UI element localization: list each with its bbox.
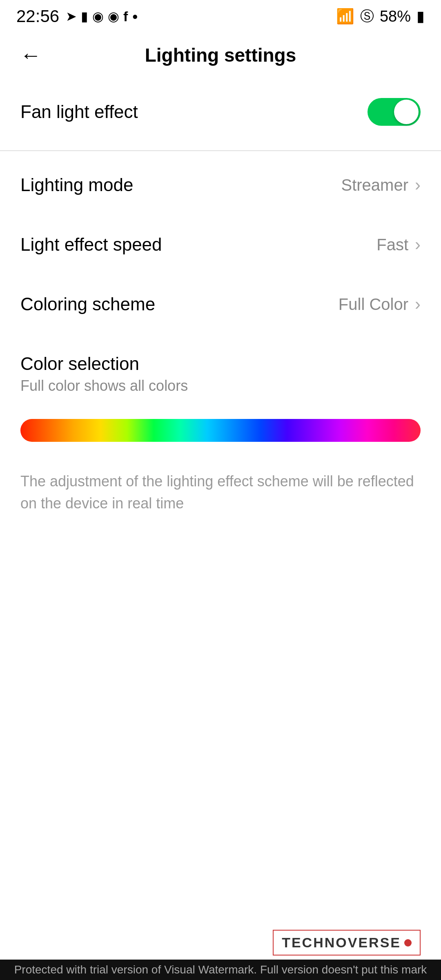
rainbow-bar[interactable] (20, 419, 421, 442)
eye-icon: ◉ (92, 9, 104, 24)
fan-light-effect-label: Fan light effect (20, 102, 138, 122)
light-effect-speed-value: Fast (376, 236, 408, 254)
toggle-knob (394, 100, 419, 124)
status-icons: ➤ ▮ ◉ ◉ f ● (66, 9, 138, 24)
message-icon: ▮ (81, 9, 88, 24)
navigation-icon: ➤ (66, 9, 77, 24)
info-text: The adjustment of the lighting effect sc… (20, 473, 414, 512)
lighting-mode-row[interactable]: Lighting mode Streamer › (0, 155, 441, 215)
page-title: Lighting settings (145, 44, 296, 66)
status-time: 22:56 (16, 7, 59, 26)
lighting-mode-value: Streamer (341, 176, 409, 194)
coloring-scheme-row[interactable]: Coloring scheme Full Color › (0, 274, 441, 334)
signal-icon: Ⓢ (360, 7, 374, 26)
light-effect-speed-row[interactable]: Light effect speed Fast › (0, 215, 441, 274)
light-effect-speed-label: Light effect speed (20, 234, 162, 255)
light-effect-speed-chevron-icon: › (415, 235, 421, 254)
divider-1 (0, 150, 441, 151)
color-selection-subtitle: Full color shows all colors (20, 377, 421, 394)
content: Fan light effect Lighting mode Streamer … (0, 78, 441, 535)
color-selection-title: Color selection (20, 354, 421, 374)
bottom-bar: Protected with trial version of Visual W… (0, 960, 441, 980)
light-effect-speed-value-group: Fast › (376, 235, 421, 254)
color-selection-section: Color selection Full color shows all col… (0, 334, 441, 419)
rainbow-bar-container (0, 419, 441, 442)
coloring-scheme-value-group: Full Color › (339, 294, 421, 314)
battery-percent: 58% (380, 8, 411, 25)
lighting-mode-value-group: Streamer › (341, 175, 421, 195)
wifi-icon: 📶 (336, 8, 354, 25)
watermark-dot-icon (404, 939, 412, 947)
eye2-icon: ◉ (108, 9, 119, 24)
battery-icon: ▮ (416, 8, 425, 25)
fan-light-effect-row: Fan light effect (0, 78, 441, 146)
coloring-scheme-value: Full Color (339, 295, 408, 314)
info-text-container: The adjustment of the lighting effect sc… (0, 462, 441, 535)
dot-icon: ● (132, 11, 138, 22)
coloring-scheme-chevron-icon: › (415, 294, 421, 314)
status-bar-left: 22:56 ➤ ▮ ◉ ◉ f ● (16, 7, 138, 26)
status-bar: 22:56 ➤ ▮ ◉ ◉ f ● 📶 Ⓢ 58% ▮ (0, 0, 441, 33)
lighting-mode-chevron-icon: › (415, 175, 421, 195)
bottom-bar-text: Protected with trial version of Visual W… (14, 963, 427, 976)
lighting-mode-label: Lighting mode (20, 175, 133, 195)
coloring-scheme-label: Coloring scheme (20, 294, 155, 314)
back-button[interactable]: ← (16, 41, 45, 69)
facebook-icon: f (123, 9, 128, 24)
watermark: TECHNOVERSE (273, 930, 421, 956)
status-bar-right: 📶 Ⓢ 58% ▮ (336, 7, 425, 26)
header: ← Lighting settings (0, 33, 441, 78)
watermark-text: TECHNOVERSE (282, 935, 401, 951)
fan-light-effect-toggle[interactable] (368, 98, 421, 126)
back-arrow-icon: ← (20, 43, 41, 67)
